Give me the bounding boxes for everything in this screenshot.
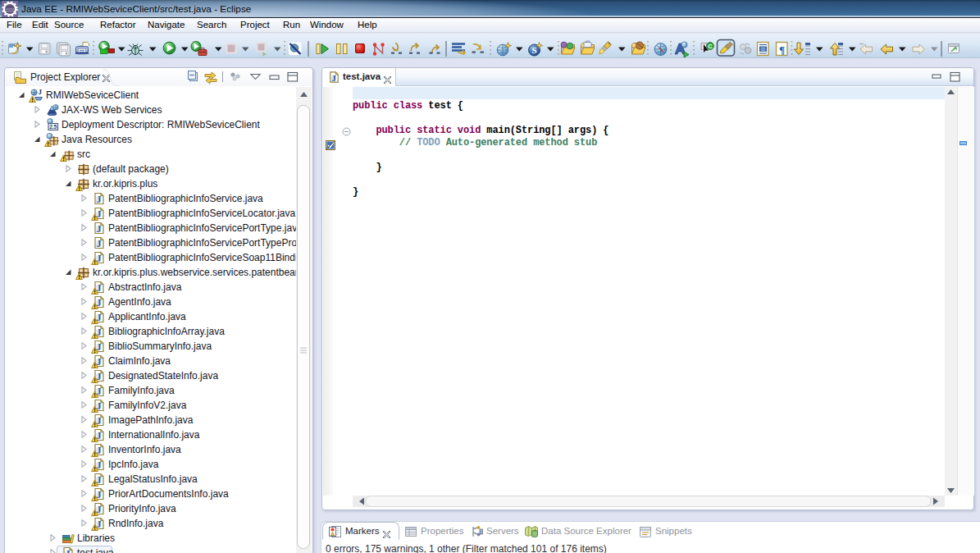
- svg-text:C: C: [708, 43, 713, 50]
- svg-text:S: S: [531, 45, 536, 55]
- svg-text:¶: ¶: [779, 43, 785, 56]
